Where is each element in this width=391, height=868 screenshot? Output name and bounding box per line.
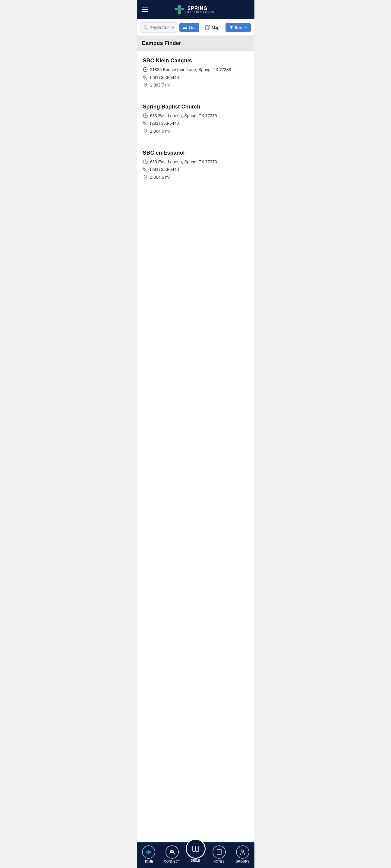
notes-icon-circle [213, 845, 226, 859]
svg-point-24 [145, 130, 146, 131]
svg-line-4 [147, 28, 148, 30]
campus-name-0: SBC Klein Campus [143, 58, 248, 64]
campus-distance-0: 1,362.7 mi [150, 82, 170, 88]
nav-item-home[interactable]: HOME [137, 845, 160, 863]
svg-point-17 [145, 84, 146, 85]
chevron-down-icon [244, 26, 247, 29]
campus-distance-row-2: 1,364.5 mi [143, 175, 248, 181]
svg-rect-8 [184, 26, 184, 26]
pin-icon-1 [143, 129, 148, 133]
sort-button[interactable]: Sort [225, 23, 251, 32]
groups-icon [239, 849, 246, 855]
search-toolbar: List Map Sort [137, 19, 254, 36]
svg-rect-38 [193, 846, 196, 851]
page-title: Campus Finder [142, 40, 250, 46]
campus-address-row-0: 21825 Bridgestone Lane, Spring, TX 77388 [143, 67, 248, 73]
campus-distance-1: 1,364.5 mi [150, 128, 170, 134]
svg-point-36 [173, 850, 174, 852]
svg-rect-2 [178, 8, 181, 10]
search-input[interactable] [150, 25, 174, 30]
nav-item-bible[interactable]: BIBLE [184, 840, 207, 862]
connect-icon [169, 849, 176, 855]
svg-point-31 [145, 176, 146, 177]
nav-item-groups[interactable]: GROUPS [231, 845, 254, 863]
nav-item-connect[interactable]: CONNECT [160, 845, 184, 863]
groups-icon-circle [236, 845, 249, 859]
campus-address-2: 633 East Louetta, Spring, TX 77373 [150, 159, 217, 165]
svg-rect-7 [183, 28, 187, 29]
nav-label-bible: BIBLE [191, 859, 200, 862]
bible-icon-circle [187, 840, 205, 858]
list-icon [183, 25, 187, 30]
nav-label-notes: NOTES [213, 860, 224, 863]
nav-label-connect: CONNECT [164, 860, 180, 863]
connect-icon-circle [166, 845, 179, 859]
campus-distance-2: 1,364.5 mi [150, 175, 170, 181]
pin-icon-0 [143, 83, 148, 87]
app-header: SPRING BAPTIST CHURCH [137, 0, 254, 19]
notes-icon [216, 849, 222, 855]
svg-point-48 [241, 850, 244, 852]
campus-phone-row-2: (281) 353-5448 [143, 167, 248, 173]
campus-name-1: Spring Baptist Church [143, 104, 248, 110]
app-logo: SPRING BAPTIST CHURCH [174, 4, 217, 15]
campus-address-1: 633 East Louetta, Spring, TX 77373 [150, 113, 217, 119]
page-title-bar: Campus Finder [137, 36, 254, 51]
campus-phone-row-0: (281) 353-5448 [143, 75, 248, 81]
campus-name-2: SBC en Español [143, 150, 248, 156]
empty-content-area [137, 516, 254, 842]
campus-phone-1: (281) 353-5448 [150, 121, 179, 127]
bible-icon [191, 844, 200, 853]
campus-item-1[interactable]: Spring Baptist Church 633 East Louetta, … [137, 97, 254, 143]
campus-item-2[interactable]: SBC en Español 633 East Louetta, Spring,… [137, 143, 254, 189]
svg-point-35 [170, 850, 172, 852]
filter-icon [229, 25, 233, 30]
campus-address-row-2: 633 East Louetta, Spring, TX 77373 [143, 159, 248, 165]
campus-list: SBC Klein Campus 21825 Bridgestone Lane,… [137, 51, 254, 516]
search-input-wrapper [141, 22, 177, 33]
logo-cross-icon [174, 4, 185, 15]
list-view-button[interactable]: List [179, 23, 199, 32]
phone-icon-0 [143, 75, 148, 80]
home-icon-circle [142, 845, 155, 859]
campus-item-0[interactable]: SBC Klein Campus 21825 Bridgestone Lane,… [137, 51, 254, 97]
campus-distance-row-0: 1,362.7 mi [143, 82, 248, 88]
svg-rect-6 [183, 27, 187, 28]
svg-point-19 [145, 115, 146, 116]
campus-phone-2: (281) 353-5448 [150, 167, 179, 173]
nav-label-home: HOME [144, 860, 153, 863]
campus-distance-row-1: 1,364.5 mi [143, 128, 248, 134]
svg-point-26 [145, 161, 146, 162]
hamburger-menu-button[interactable] [142, 7, 148, 12]
map-icon [205, 25, 210, 30]
compass-icon-0 [143, 67, 148, 72]
campus-address-0: 21825 Bridgestone Lane, Spring, TX 77388 [150, 67, 231, 73]
bottom-navigation: HOME CONNECT BIBLE [137, 842, 254, 868]
campus-address-row-1: 633 East Louetta, Spring, TX 77373 [143, 113, 248, 119]
svg-rect-34 [148, 851, 149, 852]
compass-icon-1 [143, 113, 148, 118]
phone-icon-1 [143, 121, 148, 126]
compass-icon-2 [143, 159, 148, 164]
svg-point-12 [145, 69, 146, 70]
nav-label-groups: GROUPS [236, 860, 249, 863]
home-icon [145, 849, 152, 855]
campus-phone-row-1: (281) 353-5448 [143, 121, 248, 127]
pin-icon-2 [143, 175, 148, 180]
nav-item-notes[interactable]: NOTES [207, 845, 231, 863]
phone-icon-2 [143, 167, 148, 172]
search-icon [144, 25, 148, 30]
map-view-button[interactable]: Map [202, 23, 223, 32]
campus-phone-0: (281) 353-5448 [150, 75, 179, 81]
logo-text: SPRING BAPTIST CHURCH [187, 6, 217, 13]
